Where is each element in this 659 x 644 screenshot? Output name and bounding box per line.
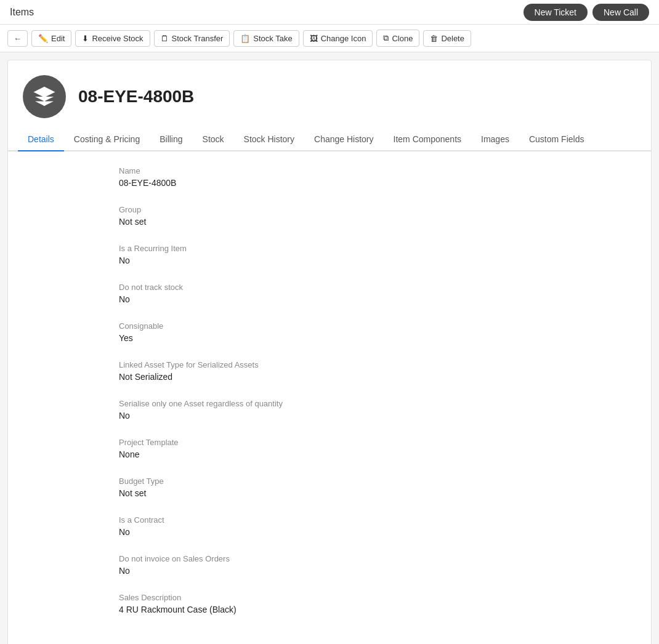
edit-label: Edit bbox=[51, 34, 65, 43]
top-bar: Items New Ticket New Call bbox=[0, 0, 659, 25]
receive-stock-button[interactable]: ⬇ Receive Stock bbox=[75, 30, 150, 47]
field-group: GroupNot set bbox=[119, 205, 540, 227]
field-group: Sales Description4 RU Rackmount Case (Bl… bbox=[119, 593, 540, 614]
field-value: No bbox=[119, 566, 540, 576]
field-label: Sales Description bbox=[119, 593, 540, 602]
clone-icon: ⧉ bbox=[383, 33, 389, 43]
field-label: Consignable bbox=[119, 321, 540, 331]
new-call-button[interactable]: New Call bbox=[592, 4, 649, 21]
tab-custom-fields[interactable]: Custom Fields bbox=[519, 128, 594, 151]
field-label: Name bbox=[119, 166, 540, 175]
item-name: 08-EYE-4800B bbox=[78, 87, 194, 107]
tabs: DetailsCosting & PricingBillingStockStoc… bbox=[8, 128, 651, 151]
back-button[interactable]: ← bbox=[7, 30, 28, 47]
field-label: Project Template bbox=[119, 438, 540, 447]
delete-label: Delete bbox=[441, 34, 464, 43]
delete-icon: 🗑 bbox=[430, 34, 438, 43]
change-icon-label: Change Icon bbox=[321, 34, 366, 43]
tab-change-history[interactable]: Change History bbox=[304, 128, 384, 151]
stock-transfer-button[interactable]: 🗒 Stock Transfer bbox=[154, 30, 230, 47]
tab-details[interactable]: Details bbox=[18, 128, 64, 151]
tab-item-components[interactable]: Item Components bbox=[384, 128, 472, 151]
stock-take-icon: 📋 bbox=[240, 34, 250, 43]
field-group: Is a ContractNo bbox=[119, 515, 540, 537]
field-group: Linked Asset Type for Serialized AssetsN… bbox=[119, 360, 540, 382]
receive-stock-label: Receive Stock bbox=[92, 34, 143, 43]
item-header: 08-EYE-4800B bbox=[8, 60, 651, 128]
field-group: Is a Recurring ItemNo bbox=[119, 244, 540, 265]
tab-billing[interactable]: Billing bbox=[150, 128, 192, 151]
clone-label: Clone bbox=[392, 34, 413, 43]
field-value: No bbox=[119, 411, 540, 421]
page-title: Items bbox=[10, 7, 34, 18]
field-value: Not set bbox=[119, 488, 540, 498]
field-group: Budget TypeNot set bbox=[119, 477, 540, 498]
field-value: 4 RU Rackmount Case (Black) bbox=[119, 605, 540, 614]
field-label: Serialise only one Asset regardless of q… bbox=[119, 399, 540, 408]
field-value: No bbox=[119, 527, 540, 537]
stock-transfer-label: Stock Transfer bbox=[172, 34, 224, 43]
field-label: Is a Recurring Item bbox=[119, 244, 540, 253]
clone-button[interactable]: ⧉ Clone bbox=[376, 30, 419, 47]
field-group: Do not track stockNo bbox=[119, 283, 540, 304]
tab-stock-history[interactable]: Stock History bbox=[234, 128, 304, 151]
stock-take-button[interactable]: 📋 Stock Take bbox=[233, 30, 299, 47]
field-value: Not Serialized bbox=[119, 372, 540, 382]
field-group: ConsignableYes bbox=[119, 321, 540, 343]
field-label: Is a Contract bbox=[119, 515, 540, 525]
field-group: Name08-EYE-4800B bbox=[119, 166, 540, 188]
field-value: No bbox=[119, 256, 540, 265]
field-value: Not set bbox=[119, 217, 540, 227]
field-group: Serialise only one Asset regardless of q… bbox=[119, 399, 540, 421]
tab-stock[interactable]: Stock bbox=[193, 128, 234, 151]
field-value: 08-EYE-4800B bbox=[119, 178, 540, 188]
top-bar-actions: New Ticket New Call bbox=[524, 4, 649, 21]
field-label: Group bbox=[119, 205, 540, 214]
tab-images[interactable]: Images bbox=[471, 128, 519, 151]
field-label: Linked Asset Type for Serialized Assets bbox=[119, 360, 540, 369]
back-icon: ← bbox=[14, 34, 22, 43]
tab-costing[interactable]: Costing & Pricing bbox=[64, 128, 150, 151]
details-section: Name08-EYE-4800BGroupNot setIs a Recurri… bbox=[8, 151, 651, 644]
box-icon bbox=[33, 86, 55, 108]
toolbar: ← ✏️ Edit ⬇ Receive Stock 🗒 Stock Transf… bbox=[0, 25, 659, 52]
change-icon-icon: 🖼 bbox=[310, 34, 318, 43]
edit-button[interactable]: ✏️ Edit bbox=[31, 30, 71, 47]
field-value: No bbox=[119, 294, 540, 304]
field-label: Do not track stock bbox=[119, 283, 540, 292]
item-icon bbox=[23, 75, 66, 118]
change-icon-button[interactable]: 🖼 Change Icon bbox=[303, 30, 373, 47]
field-group: Project TemplateNone bbox=[119, 438, 540, 459]
edit-icon: ✏️ bbox=[38, 34, 48, 43]
field-value: None bbox=[119, 449, 540, 459]
receive-stock-icon: ⬇ bbox=[82, 34, 89, 43]
stock-transfer-icon: 🗒 bbox=[161, 34, 169, 43]
main-content: 08-EYE-4800B DetailsCosting & PricingBil… bbox=[7, 60, 652, 644]
delete-button[interactable]: 🗑 Delete bbox=[423, 30, 471, 47]
field-group: Do not invoice on Sales OrdersNo bbox=[119, 554, 540, 576]
stock-take-label: Stock Take bbox=[253, 34, 292, 43]
field-label: Do not invoice on Sales Orders bbox=[119, 554, 540, 563]
new-ticket-button[interactable]: New Ticket bbox=[524, 4, 588, 21]
field-value: Yes bbox=[119, 333, 540, 343]
field-label: Budget Type bbox=[119, 477, 540, 486]
